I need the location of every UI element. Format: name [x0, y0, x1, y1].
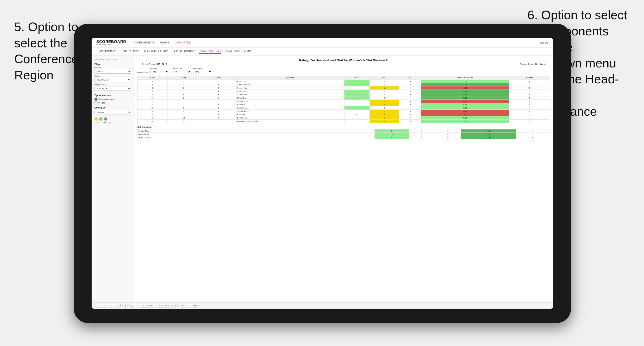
logo-sub: Powered by clippd	[96, 44, 126, 46]
filter-opponent-group: Opponent (All)	[193, 67, 212, 74]
undo-button[interactable]: ↩	[95, 304, 100, 308]
cell-diff: -3.00	[421, 100, 509, 103]
col-tie: Tie	[399, 76, 421, 80]
cell-win: 2	[344, 120, 370, 123]
nav-tournaments[interactable]: TOURNAMENTS	[134, 40, 155, 45]
out-cell-rounds: 30	[516, 133, 550, 136]
subnav-player-h2h-grid[interactable]: PLAYER H2H GRID	[199, 49, 220, 54]
h2h-table: # Div # Reg # Conf Opponent Win Loss Tie…	[137, 76, 550, 123]
opponent-filter-select[interactable]: (All)	[193, 70, 212, 74]
cell-loss: 0	[370, 96, 399, 100]
cell-win: 2	[344, 93, 370, 96]
cell-reg: 10	[168, 116, 200, 120]
gender-label: Gender	[94, 66, 131, 69]
out-cell-name: NCAA Division 2	[138, 136, 375, 139]
subnav-team-summary[interactable]: TEAM SUMMARY	[96, 49, 116, 54]
radio-opponents-played-input[interactable]	[94, 98, 98, 101]
paste-button[interactable]: ⊞	[122, 304, 128, 308]
col-rounds: Rounds	[509, 76, 550, 80]
nav-committee[interactable]: COMMITTEE	[174, 40, 191, 45]
cell-reg: 8	[168, 106, 200, 110]
back-button[interactable]: ↺	[109, 304, 114, 308]
out-table-row: Foreign Team 1 0 0 4.500 2	[138, 129, 550, 133]
out-cell-win: 1	[375, 129, 409, 133]
cell-rounds: 3	[509, 90, 550, 93]
cell-conf: 7	[200, 120, 236, 123]
filter-row: Opponents: Region (All) Conference (All)	[137, 67, 550, 74]
radio-top100-input[interactable]	[94, 101, 98, 105]
subnav-player-summary[interactable]: PLAYER SUMMARY	[173, 49, 194, 54]
cell-loss: 0	[370, 83, 399, 86]
main-content: Last Updated: 27/03/2024 04 Player Gende…	[92, 56, 553, 302]
cell-win: 0	[344, 113, 370, 116]
share-button[interactable]: Share	[190, 304, 198, 308]
cell-rounds: 2	[509, 113, 550, 116]
cell-rounds: 4	[509, 93, 550, 96]
dot-down	[94, 117, 98, 121]
table-row: 13 1 1 Jessica Huang 1 1 0 -3.00 2	[138, 100, 550, 103]
sign-out-link[interactable]: Sign out	[540, 41, 548, 44]
table-header-row: # Div # Reg # Conf Opponent Win Loss Tie…	[138, 76, 550, 80]
view-original-button[interactable]: View: Original	[139, 304, 154, 308]
cell-rounds: 3	[509, 83, 550, 86]
subnav-player-h2h-heatmap[interactable]: PLAYER H2H HEATMAP	[226, 49, 252, 54]
cell-tie: 0	[399, 106, 421, 110]
sidebar: Last Updated: 27/03/2024 04 Player Gende…	[92, 56, 134, 302]
cell-loss: 1	[370, 120, 399, 123]
colour-select[interactable]: Win/loss	[94, 110, 131, 115]
overall-record: Overall Record: 353 - 34 - 6	[142, 63, 167, 65]
last-updated: Last Updated: 27/03/2024 04	[94, 58, 131, 61]
out-cell-diff: 7.400	[461, 136, 516, 139]
subnav-team-h2h-grid[interactable]: TEAM H2H GRID	[120, 49, 139, 54]
filter-conference-group: Conference (All)	[172, 67, 191, 74]
radio-opponents-played[interactable]: Opponents Played	[94, 98, 131, 101]
cell-tie: 0	[399, 96, 421, 100]
nav-teams[interactable]: TEAMS	[160, 40, 169, 45]
gender-select[interactable]: Women's	[94, 69, 131, 74]
cell-loss: 2	[370, 113, 399, 116]
out-cell-loss: 0	[409, 136, 435, 139]
cell-div: 20	[138, 120, 168, 123]
cell-conf: 5	[200, 106, 236, 110]
save-custom-button[interactable]: Save Custom View	[156, 304, 175, 308]
subnav-team-h2h-heatmap[interactable]: TEAM H2H HEATMAP	[144, 49, 168, 54]
cell-loss: 1	[370, 116, 399, 120]
conference-filter-select[interactable]: (All)	[172, 70, 191, 74]
cell-div: 9	[138, 90, 168, 93]
clock-button[interactable]: 🕐	[130, 304, 135, 308]
radio-top100[interactable]: Top 100	[94, 101, 131, 105]
out-cell-win: 15	[375, 133, 409, 136]
cell-opponent: Sharon Mun	[236, 90, 344, 93]
cell-tie: 0	[399, 103, 421, 106]
annotation-left-line4: Region	[14, 68, 54, 82]
table-row: 16 2 3 Jessica Mason 1 2 0 -0.94 7	[138, 110, 550, 113]
out-cell-tie: 0	[435, 133, 461, 136]
watch-button[interactable]: Watch	[180, 304, 188, 308]
redo-button[interactable]: ↩	[102, 304, 107, 308]
player-rank-select[interactable]: 8. Katelyn Vo	[94, 86, 131, 91]
table-row: 19 10 6 Emily Chang 4 1 0 0.30 11	[138, 116, 550, 120]
cell-win: 1	[344, 83, 370, 86]
cell-tie: 0	[399, 80, 421, 83]
separator-2	[178, 304, 178, 308]
cell-reg: 2	[168, 113, 200, 116]
division-select[interactable]: NCAA Division III	[94, 78, 131, 82]
cell-win: 1	[344, 96, 370, 100]
cell-loss: 0	[370, 90, 399, 93]
table-row: 9 1 4 Sharon Mun 1 0 0 3.67 3	[138, 90, 550, 93]
cell-conf: 5	[200, 96, 236, 100]
cell-win: 4	[344, 116, 370, 120]
cell-diff: 3.67	[421, 90, 509, 93]
out-cell-loss: 0	[409, 133, 435, 136]
out-cell-name: NAIA Division 1	[138, 133, 375, 136]
cell-loss: 2	[370, 110, 399, 113]
filter-region-group: Region (All)	[150, 67, 170, 74]
out-cell-win: 5	[375, 136, 409, 139]
cell-loss: 0	[370, 106, 399, 110]
copy-button[interactable]: ⧉	[116, 304, 120, 308]
cell-rounds: 7	[509, 110, 550, 113]
player-section-title: Player	[94, 63, 131, 66]
division-record-value: 331 - 34 - 6	[535, 63, 546, 65]
annotation-right-line1: 6. Option to select	[528, 8, 627, 22]
region-filter-select[interactable]: (All)	[150, 70, 170, 74]
